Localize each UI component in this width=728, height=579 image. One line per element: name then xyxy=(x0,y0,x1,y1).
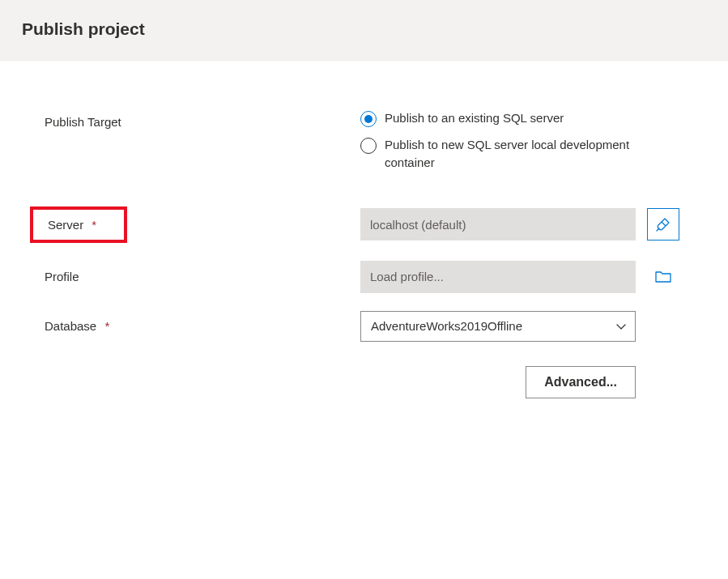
database-select[interactable]: AdventureWorks2019Offline xyxy=(360,311,636,342)
server-label-col: Server * xyxy=(45,206,360,243)
dialog-header: Publish project xyxy=(0,0,728,61)
database-label-col: Database * xyxy=(45,319,360,333)
server-row: Server * xyxy=(45,206,696,243)
database-row: Database * AdventureWorks2019Offline xyxy=(45,311,696,342)
plug-icon xyxy=(655,216,671,232)
publish-target-radio-group: Publish to an existing SQL server Publis… xyxy=(360,109,660,172)
server-label: Server xyxy=(33,218,83,232)
database-selected-value: AdventureWorks2019Offline xyxy=(371,319,522,333)
publish-target-label-col: Publish Target xyxy=(45,109,360,129)
database-label: Database xyxy=(45,319,96,333)
profile-input-col xyxy=(360,261,696,293)
publish-target-input-col: Publish to an existing SQL server Publis… xyxy=(360,109,696,172)
server-input-col xyxy=(360,208,696,241)
radio-existing-label: Publish to an existing SQL server xyxy=(385,109,564,128)
server-label-highlight: Server * xyxy=(30,206,127,243)
publish-target-label: Publish Target xyxy=(45,115,121,129)
radio-option-new[interactable]: Publish to new SQL server local developm… xyxy=(360,136,660,172)
folder-icon xyxy=(654,268,672,286)
radio-existing-icon xyxy=(360,111,377,127)
radio-new-label: Publish to new SQL server local developm… xyxy=(385,136,660,172)
chevron-down-icon xyxy=(615,321,627,332)
profile-label: Profile xyxy=(45,270,79,283)
database-required-asterisk: * xyxy=(104,319,109,333)
publish-target-row: Publish Target Publish to an existing SQ… xyxy=(45,109,696,172)
server-connect-button[interactable] xyxy=(647,208,679,241)
form-area: Publish Target Publish to an existing SQ… xyxy=(0,61,728,431)
profile-row: Profile xyxy=(45,261,696,293)
radio-new-icon xyxy=(360,138,377,154)
profile-input[interactable] xyxy=(360,261,636,293)
server-required-asterisk: * xyxy=(92,218,96,232)
advanced-row: Advanced... xyxy=(360,366,636,398)
advanced-button[interactable]: Advanced... xyxy=(526,366,636,398)
database-input-col: AdventureWorks2019Offline xyxy=(360,311,696,342)
profile-browse-button[interactable] xyxy=(647,261,679,293)
dialog-title: Publish project xyxy=(22,19,728,39)
server-input[interactable] xyxy=(360,208,636,241)
profile-label-col: Profile xyxy=(45,270,360,283)
radio-option-existing[interactable]: Publish to an existing SQL server xyxy=(360,109,660,128)
